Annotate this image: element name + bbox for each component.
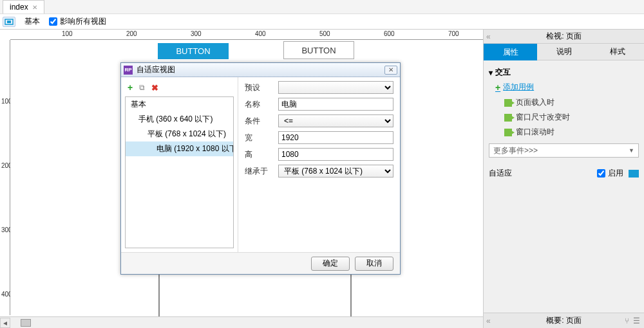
width-label: 宽: [245, 132, 278, 143]
event-label: 窗口滚动时: [516, 127, 554, 138]
add-case-link[interactable]: + 添加用例: [489, 79, 639, 95]
event-icon: [504, 129, 512, 136]
condition-label: 条件: [245, 116, 278, 127]
affect-all-input[interactable]: [49, 17, 57, 26]
more-events-label: 更多事件>>>: [493, 145, 538, 156]
horizontal-scrollbar[interactable]: ◂: [0, 316, 483, 328]
dialog-body: + ⧉ ✖ 基本 手机 (360 x 640 以下) 平板 (768 x 102…: [121, 77, 400, 252]
name-input[interactable]: [278, 98, 393, 111]
section-interaction[interactable]: ▾ 交互: [489, 66, 639, 79]
ruler-vertical: 100 200 300 400: [0, 40, 10, 315]
ruler-tick: 400: [255, 30, 266, 37]
tab-label: index: [10, 3, 28, 12]
inspector-tabs: 属性 说明 样式: [484, 44, 644, 60]
inspector-title: 检视: 页面: [546, 31, 582, 42]
inherit-label: 继承于: [245, 166, 278, 177]
inspector-header: « 检视: 页面: [484, 30, 644, 44]
app-logo-icon: RP: [124, 66, 133, 75]
event-icon: [504, 114, 512, 122]
ruler-tick: 500: [319, 30, 330, 37]
inspector-panel: « 检视: 页面 属性 说明 样式 ▾ 交互 + 添加用例 页面载入时 窗口尺寸…: [483, 30, 644, 328]
chevron-down-icon: ▼: [629, 147, 634, 154]
event-icon: [504, 99, 512, 107]
ruler-tick: 600: [384, 30, 395, 37]
scroll-left-icon[interactable]: ◂: [0, 318, 10, 328]
widget-envelope[interactable]: [158, 268, 352, 323]
section-label: 交互: [495, 67, 511, 78]
tree-node-base[interactable]: 基本: [126, 97, 233, 112]
ruler-tick: 100: [62, 30, 73, 37]
preset-label: 预设: [245, 82, 278, 93]
inherit-select[interactable]: 平板 (768 x 1024 以下): [278, 165, 393, 178]
duplicate-view-button[interactable]: ⧉: [139, 83, 145, 92]
height-label: 高: [245, 149, 278, 160]
affect-all-label: 影响所有视图: [60, 16, 106, 27]
document-tabs: index ✕: [0, 0, 644, 14]
preset-select[interactable]: [278, 81, 393, 94]
viewport-icon[interactable]: [3, 17, 15, 27]
adaptive-views-dialog: RP 自适应视图 ✕ + ⧉ ✖ 基本 手机 (360 x 640 以下) 平板…: [120, 62, 401, 275]
event-window-scroll[interactable]: 窗口滚动时: [489, 125, 639, 140]
ruler-tick: 200: [126, 30, 137, 37]
ruler-tick: 300: [191, 30, 202, 37]
tree-node-tablet[interactable]: 平板 (768 x 1024 以下): [126, 127, 233, 141]
adaptive-row: 自适应 启用: [489, 167, 639, 180]
plus-icon: +: [495, 82, 500, 93]
width-input[interactable]: [278, 131, 393, 144]
tree-node-desktop[interactable]: 电脑 (1920 x 1080 以下): [126, 141, 233, 156]
tree-toolbar: + ⧉ ✖: [125, 81, 234, 96]
widget-button-1[interactable]: BUTTON: [158, 43, 229, 59]
chevron-down-icon: ▾: [489, 68, 493, 77]
add-view-button[interactable]: +: [128, 82, 133, 93]
outline-title: 概要: 页面: [546, 315, 582, 326]
settings-icon[interactable]: ☰: [633, 316, 640, 325]
tab-properties[interactable]: 属性: [484, 44, 537, 60]
enable-input[interactable]: [597, 169, 605, 178]
adaptive-icon[interactable]: [629, 170, 639, 178]
inspector-body: ▾ 交互 + 添加用例 页面载入时 窗口尺寸改变时 窗口滚动时 更多事件>>> …: [484, 60, 644, 313]
ok-button[interactable]: 确定: [311, 257, 350, 271]
name-label: 名称: [245, 99, 278, 110]
condition-select[interactable]: <=: [278, 114, 393, 127]
height-input[interactable]: [278, 148, 393, 161]
adaptive-toolbar: 基本 影响所有视图: [0, 14, 644, 30]
event-window-resize[interactable]: 窗口尺寸改变时: [489, 110, 639, 125]
event-label: 页面载入时: [516, 97, 554, 108]
more-events-dropdown[interactable]: 更多事件>>> ▼: [489, 143, 639, 158]
add-case-label: 添加用例: [503, 82, 534, 93]
tree-node-phone[interactable]: 手机 (360 x 640 以下): [126, 112, 233, 127]
tab-index[interactable]: index ✕: [3, 0, 44, 14]
tab-style[interactable]: 样式: [591, 44, 644, 60]
basic-view-label[interactable]: 基本: [21, 15, 44, 28]
dialog-titlebar[interactable]: RP 自适应视图 ✕: [121, 63, 400, 77]
tab-notes[interactable]: 说明: [537, 44, 591, 60]
dialog-footer: 确定 取消: [121, 252, 400, 274]
adaptive-label: 自适应: [489, 168, 512, 179]
dialog-close-button[interactable]: ✕: [384, 66, 397, 75]
filter-icon[interactable]: ⑂: [625, 316, 629, 325]
widget-button-2[interactable]: BUTTON: [283, 41, 354, 59]
dialog-form: 预设 名称 条件<= 宽 高 继承于平板 (768 x 1024 以下): [238, 77, 400, 252]
collapse-icon[interactable]: «: [486, 316, 491, 325]
outline-tools: ⑂ ☰: [625, 316, 640, 325]
collapse-icon[interactable]: «: [486, 32, 491, 41]
dialog-title: 自适应视图: [137, 64, 175, 75]
affect-all-checkbox[interactable]: 影响所有视图: [49, 16, 106, 27]
views-tree[interactable]: 基本 手机 (360 x 640 以下) 平板 (768 x 1024 以下) …: [125, 96, 234, 248]
close-icon[interactable]: ✕: [32, 4, 37, 11]
enable-adaptive-checkbox[interactable]: 启用: [597, 168, 639, 179]
event-page-load[interactable]: 页面载入时: [489, 95, 639, 110]
svg-rect-1: [7, 21, 11, 23]
event-label: 窗口尺寸改变时: [516, 112, 570, 123]
cancel-button[interactable]: 取消: [355, 257, 393, 271]
outline-header[interactable]: « 概要: 页面 ⑂ ☰: [484, 313, 644, 328]
dialog-left-pane: + ⧉ ✖ 基本 手机 (360 x 640 以下) 平板 (768 x 102…: [121, 77, 238, 252]
scroll-thumb[interactable]: [21, 319, 31, 327]
ruler-tick: 700: [448, 30, 459, 37]
enable-label: 启用: [608, 168, 623, 179]
delete-view-button[interactable]: ✖: [151, 83, 158, 93]
ruler-horizontal: 100 200 300 400 500 600 700 800: [10, 30, 483, 40]
